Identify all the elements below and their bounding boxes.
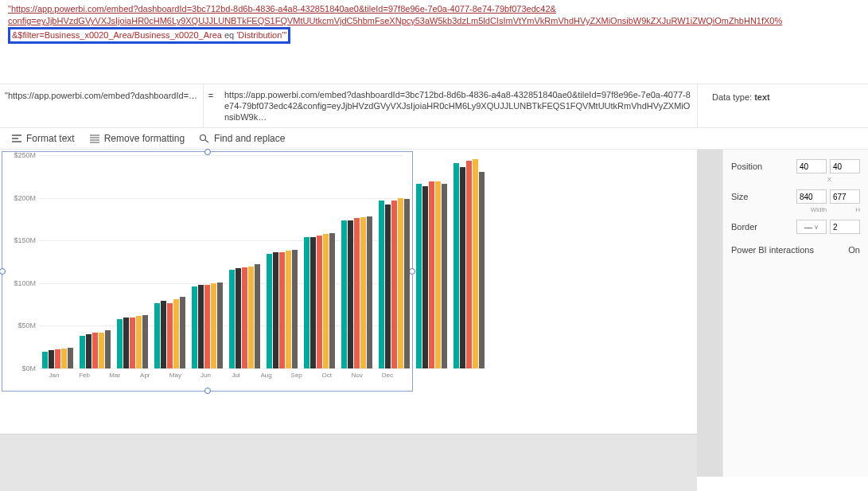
bar	[136, 316, 142, 368]
y-tick-label: $150M	[14, 236, 36, 244]
position-x-input[interactable]	[796, 159, 827, 173]
x-tick-label: Jun	[190, 372, 220, 383]
border-style-value: —	[804, 223, 812, 232]
svg-point-0	[200, 135, 206, 141]
panel-divider	[697, 150, 722, 477]
bar	[422, 186, 428, 368]
border-style-select[interactable]: — ∨	[796, 220, 827, 234]
bar	[68, 348, 73, 368]
bar	[479, 172, 485, 368]
bar	[442, 184, 447, 368]
bar	[61, 349, 67, 368]
bar	[192, 286, 197, 368]
resize-handle-w[interactable]	[0, 268, 6, 275]
bar	[310, 237, 316, 368]
bar	[453, 163, 459, 368]
powerbi-interactions-toggle[interactable]: On	[848, 245, 860, 255]
bar	[416, 184, 422, 368]
search-icon	[199, 134, 210, 143]
x-tick-label: Apr	[130, 372, 160, 383]
x-tick-label: Nov	[342, 372, 372, 383]
size-width-sublabel: Width	[811, 206, 827, 213]
bar	[235, 268, 241, 368]
x-tick-label: Jul	[220, 372, 251, 383]
resize-handle-s[interactable]	[204, 388, 211, 394]
chart-selection-frame[interactable]: $0M$50M$100M$150M$200M$250M JanFebMarApr…	[2, 151, 413, 392]
filter-highlight-box: &$filter=Business_x0020_Area/Business_x0…	[8, 27, 290, 44]
size-height-input[interactable]	[830, 189, 860, 204]
bar	[173, 299, 179, 368]
bar	[167, 303, 173, 368]
bar	[80, 336, 85, 368]
bar-chart: $0M$50M$100M$150M$200M$250M JanFebMarApr…	[9, 155, 406, 388]
bar-group	[114, 155, 151, 368]
bar	[198, 285, 204, 368]
size-width-input[interactable]	[796, 189, 827, 204]
y-tick-label: $50M	[18, 321, 36, 329]
size-label: Size	[731, 192, 796, 201]
bar	[317, 236, 322, 368]
bar-group	[39, 155, 76, 368]
x-tick-label: Sep	[282, 372, 312, 383]
bar	[323, 234, 329, 368]
bar	[404, 199, 410, 368]
format-text-button[interactable]: Format text	[11, 133, 75, 144]
resize-handle-n[interactable]	[204, 149, 211, 155]
bar	[273, 252, 278, 368]
format-text-label: Format text	[26, 133, 75, 144]
bar	[86, 334, 91, 368]
bar	[217, 283, 223, 368]
data-type-box: Data type: text	[697, 84, 868, 127]
datatype-label: Data type:	[712, 92, 752, 102]
y-tick-label: $0M	[21, 364, 36, 372]
bar	[255, 264, 260, 368]
bar	[398, 198, 403, 368]
formula-result: https://app.powerbi.com/embed?dashboardI…	[218, 84, 697, 127]
bar-group	[413, 155, 450, 368]
report-canvas[interactable]: $0M$50M$100M$150M$200M$250M JanFebMarApr…	[0, 150, 697, 477]
properties-panel: Position X Size Width H Border — ∨	[722, 150, 868, 477]
y-tick-label: $100M	[14, 279, 36, 287]
x-axis: JanFebMarAprMayJunJulAugSepOctNovDec	[39, 372, 403, 383]
bar	[242, 267, 247, 368]
bar	[49, 350, 54, 368]
find-replace-label: Find and replace	[214, 133, 285, 144]
border-width-input[interactable]	[830, 220, 860, 234]
bar	[367, 216, 372, 368]
bar-group	[338, 155, 376, 368]
bar-group	[151, 155, 189, 368]
url-config-segment: config=eyJjbHVzdGVyVXJsIjoiaHR0cHM6Ly9XQ…	[8, 16, 782, 25]
bar	[429, 181, 434, 368]
position-label: Position	[731, 162, 796, 171]
bar	[248, 267, 254, 368]
find-replace-button[interactable]: Find and replace	[199, 133, 285, 144]
formula-left-cell[interactable]: "https://app.powerbi.com/embed?dashboard…	[0, 84, 204, 127]
chevron-down-icon: ∨	[814, 224, 819, 231]
bar	[123, 318, 129, 368]
url-line-1: "https://app.powerbi.com/embed?dashboard…	[8, 4, 556, 14]
bar	[329, 233, 335, 368]
bar	[286, 251, 291, 368]
bar	[391, 201, 397, 368]
bar	[341, 220, 347, 368]
bar	[211, 283, 216, 368]
x-tick-label: Feb	[69, 372, 99, 383]
bar	[117, 319, 123, 368]
size-height-sublabel: H	[855, 206, 860, 213]
format-text-icon	[11, 134, 22, 143]
y-axis: $0M$50M$100M$150M$200M$250M	[9, 155, 39, 368]
bar-group	[376, 155, 413, 368]
remove-formatting-button[interactable]: Remove formatting	[89, 133, 185, 144]
datatype-value: text	[754, 92, 770, 102]
bar	[304, 237, 309, 368]
bar	[292, 250, 298, 368]
bottom-strip	[0, 434, 697, 491]
bar-group	[226, 155, 263, 368]
bar	[435, 181, 441, 368]
bar	[180, 297, 185, 368]
bar	[99, 333, 104, 368]
x-tick-label: Dec	[372, 372, 403, 383]
x-tick-label: May	[160, 372, 190, 383]
position-y-input[interactable]	[830, 159, 860, 173]
bar-group	[189, 155, 226, 368]
